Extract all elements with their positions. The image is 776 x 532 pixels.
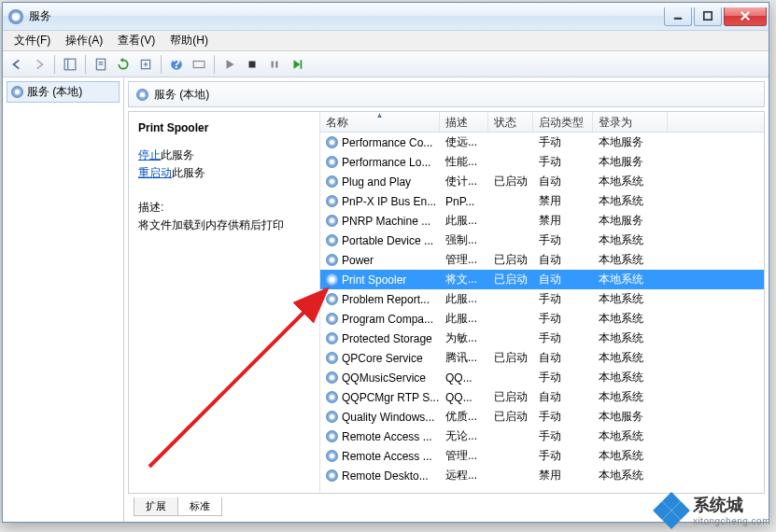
forward-button[interactable]	[29, 54, 49, 75]
stop-suffix: 此服务	[161, 148, 194, 161]
service-row[interactable]: Plug and Play使计...已启动自动本地系统	[320, 172, 764, 191]
sort-indicator-icon: ▲	[376, 112, 384, 119]
service-startup: 自动	[533, 250, 593, 270]
service-row[interactable]: PNRP Machine ...此服...禁用本地服务	[320, 211, 764, 231]
stop-service-button[interactable]	[242, 54, 262, 75]
watermark-logo-icon	[650, 495, 687, 526]
toolbar-extra-button[interactable]	[189, 54, 209, 75]
service-status: 已启动	[488, 270, 533, 289]
gear-icon	[326, 273, 338, 286]
tree-root-item[interactable]: 服务 (本地)	[7, 81, 120, 103]
service-row[interactable]: Print Spooler将文...已启动自动本地系统	[320, 270, 764, 289]
restart-link[interactable]: 重启动	[138, 166, 172, 179]
titlebar[interactable]: 服务	[3, 3, 769, 31]
service-row[interactable]: Program Compa...此服...手动本地系统	[320, 309, 764, 329]
app-icon	[8, 9, 23, 24]
col-startup[interactable]: 启动类型	[533, 112, 593, 132]
menu-view[interactable]: 查看(V)	[110, 31, 162, 50]
service-row[interactable]: PnP-X IP Bus En...PnP...禁用本地系统	[320, 191, 764, 211]
service-startup: 自动	[533, 387, 593, 407]
description-label: 描述:	[138, 200, 310, 216]
col-logon[interactable]: 登录为	[593, 112, 668, 132]
service-row[interactable]: Protected Storage为敏...手动本地系统	[320, 329, 764, 348]
service-desc: 远程...	[440, 466, 488, 485]
menu-action[interactable]: 操作(A)	[58, 31, 110, 50]
service-row[interactable]: Remote Access ...管理...手动本地系统	[320, 446, 764, 466]
svg-rect-15	[275, 61, 277, 67]
watermark: 系统城 xitongcheng.com	[650, 494, 770, 526]
properties-button[interactable]	[91, 54, 111, 75]
service-row[interactable]: Remote Access ...无论...手动本地系统	[320, 427, 764, 446]
gear-icon	[326, 234, 338, 246]
service-row[interactable]: Problem Report...此服...手动本地系统	[320, 289, 764, 309]
service-startup: 禁用	[533, 466, 593, 485]
col-name[interactable]: 名称▲	[320, 112, 440, 132]
service-logon: 本地系统	[593, 309, 668, 329]
service-status	[488, 200, 533, 203]
service-name: Problem Report...	[342, 293, 430, 306]
service-name: Plug and Play	[342, 175, 411, 189]
pause-service-button[interactable]	[264, 54, 285, 75]
service-row[interactable]: Performance Lo...性能...手动本地服务	[320, 152, 764, 172]
service-desc: 使远...	[440, 133, 488, 152]
gear-icon	[326, 175, 338, 188]
service-name: QPCore Service	[342, 352, 423, 365]
service-startup: 手动	[533, 231, 593, 250]
service-startup: 禁用	[533, 191, 593, 211]
stop-link[interactable]: 停止	[138, 148, 161, 161]
service-startup: 自动	[533, 270, 593, 289]
minimize-button[interactable]	[664, 7, 692, 26]
menu-help[interactable]: 帮助(H)	[162, 31, 216, 50]
service-status	[488, 161, 533, 164]
service-logon: 本地系统	[593, 289, 668, 309]
service-desc: 优质...	[440, 407, 488, 427]
svg-rect-4	[64, 59, 76, 70]
service-row[interactable]: Performance Co...使远...手动本地服务	[320, 133, 764, 152]
service-status	[488, 435, 533, 439]
show-hide-tree-button[interactable]	[60, 54, 80, 75]
close-button[interactable]	[724, 7, 767, 26]
service-desc: 管理...	[440, 250, 488, 270]
detail-pane: Print Spooler 停止此服务 重启动此服务 描述: 将文件加载到内存供…	[129, 112, 320, 493]
svg-rect-1	[704, 12, 712, 20]
menu-file[interactable]: 文件(F)	[7, 31, 58, 50]
service-row[interactable]: Quality Windows...优质...已启动手动本地服务	[320, 407, 764, 427]
tab-standard[interactable]: 标准	[177, 497, 222, 516]
gear-icon	[326, 195, 338, 207]
service-row[interactable]: Remote Deskto...远程...禁用本地系统	[320, 466, 764, 485]
col-desc[interactable]: 描述	[440, 112, 488, 132]
services-window: 服务 文件(F) 操作(A) 查看(V) 帮助(H) ?	[2, 2, 769, 523]
help-button[interactable]: ?	[166, 54, 187, 75]
service-row[interactable]: Power管理...已启动自动本地系统	[320, 250, 764, 270]
gear-icon	[326, 411, 338, 423]
svg-rect-12	[193, 61, 205, 67]
toolbar-separator	[161, 55, 162, 74]
service-row[interactable]: QQPCMgr RTP S...QQ...已启动自动本地系统	[320, 387, 764, 407]
service-logon: 本地系统	[593, 387, 668, 407]
list-body[interactable]: Performance Co...使远...手动本地服务Performance …	[320, 133, 764, 493]
service-row[interactable]: QPCore Service腾讯...已启动自动本地系统	[320, 348, 764, 368]
col-status[interactable]: 状态	[488, 112, 533, 132]
restart-service-button[interactable]	[287, 54, 307, 75]
gear-icon	[326, 254, 338, 266]
gear-icon	[326, 391, 338, 403]
maximize-button[interactable]	[694, 7, 722, 26]
refresh-button[interactable]	[113, 54, 134, 75]
service-desc: 此服...	[440, 289, 488, 309]
restart-suffix: 此服务	[172, 166, 205, 179]
service-status: 已启动	[488, 348, 533, 368]
menubar: 文件(F) 操作(A) 查看(V) 帮助(H)	[3, 31, 769, 51]
export-button[interactable]	[135, 54, 156, 75]
service-status: 已启动	[488, 250, 533, 270]
gear-icon	[136, 89, 148, 101]
start-service-button[interactable]	[219, 54, 240, 75]
back-button[interactable]	[7, 54, 27, 75]
service-startup: 手动	[533, 407, 593, 427]
service-logon: 本地系统	[593, 329, 668, 348]
tab-extended[interactable]: 扩展	[134, 497, 178, 516]
service-status	[488, 455, 533, 458]
service-logon: 本地系统	[593, 427, 668, 446]
gear-icon	[326, 215, 338, 227]
service-row[interactable]: Portable Device ...强制...手动本地系统	[320, 231, 764, 250]
service-row[interactable]: QQMusicServiceQQ...手动本地系统	[320, 368, 764, 387]
